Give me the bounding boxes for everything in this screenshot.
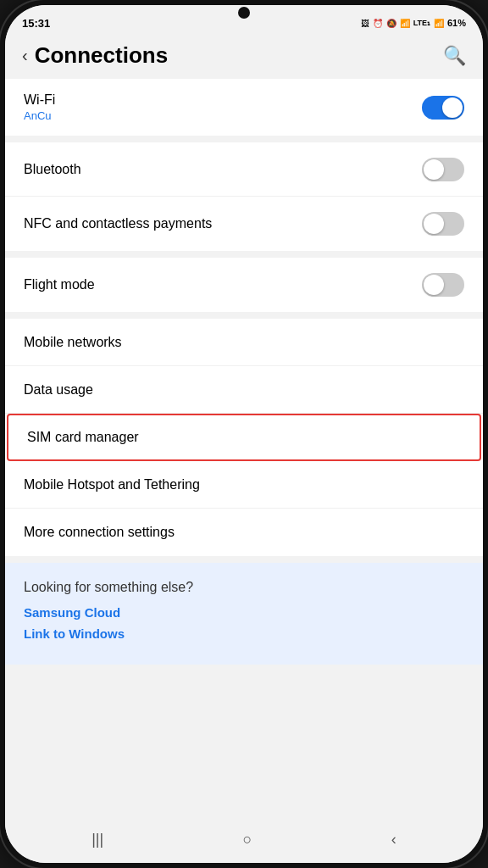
flight-mode-toggle[interactable] [422,273,464,297]
back-button[interactable]: ‹ [22,46,28,65]
nfc-toggle-thumb [424,214,444,234]
nfc-toggle[interactable] [422,212,464,236]
link-to-windows-link[interactable]: Link to Windows [24,626,464,641]
wifi-toggle-thumb [442,97,463,118]
battery-level: 61% [447,18,466,28]
page-title: Connections [35,42,168,69]
mobile-networks-label: Mobile networks [24,335,122,350]
flight-mode-toggle-thumb [424,275,444,295]
flight-mode-group: Flight mode [5,258,483,312]
mobile-networks-item-left: Mobile networks [24,335,122,350]
data-usage-item[interactable]: Data usage [5,366,483,414]
looking-for-section: Looking for something else? Samsung Clou… [5,563,483,665]
more-connection-label: More connection settings [24,525,175,540]
mobile-hotspot-item[interactable]: Mobile Hotspot and Tethering [5,461,483,509]
status-time: 15:31 [22,17,50,30]
search-icon[interactable]: 🔍 [443,45,466,67]
data-usage-item-left: Data usage [24,382,93,398]
wifi-label: Wi-Fi [24,92,55,108]
wifi-sublabel: AnCu [24,109,55,122]
sim-card-manager-label: SIM card manager [27,430,139,445]
mobile-hotspot-label: Mobile Hotspot and Tethering [24,477,200,492]
mute-icon: 🔕 [386,19,396,28]
flight-mode-item-left: Flight mode [24,277,95,292]
nfc-item-left: NFC and contactless payments [24,216,212,231]
data-usage-label: Data usage [24,382,93,398]
header-left: ‹ Connections [22,42,168,69]
wifi-item[interactable]: Wi-Fi AnCu [5,79,483,136]
bluetooth-toggle-thumb [424,159,444,180]
nav-home-button[interactable]: ○ [226,827,269,852]
wifi-item-left: Wi-Fi AnCu [24,92,55,122]
wifi-group: Wi-Fi AnCu [5,79,483,136]
mobile-group: Mobile networks Data usage SIM card mana… [5,319,483,556]
phone-screen: 15:31 🖼 ⏰ 🔕 📶 LTE₁ 📶 61% ‹ Connections 🔍 [5,5,483,863]
bluetooth-toggle[interactable] [422,158,464,181]
bluetooth-item-left: Bluetooth [24,162,81,177]
alarm-icon: ⏰ [373,19,383,28]
sim-card-manager-item[interactable]: SIM card manager [7,414,481,461]
phone-device: 15:31 🖼 ⏰ 🔕 📶 LTE₁ 📶 61% ‹ Connections 🔍 [0,0,488,868]
wifi-toggle[interactable] [422,96,464,120]
nfc-item[interactable]: NFC and contactless payments [5,197,483,251]
mobile-networks-item[interactable]: Mobile networks [5,319,483,366]
camera-notch [238,7,250,19]
signal-icon: 📶 [434,19,444,28]
bluetooth-label: Bluetooth [24,162,81,177]
looking-for-title: Looking for something else? [24,580,464,595]
page-header: ‹ Connections 🔍 [5,36,483,79]
photo-icon: 🖼 [361,19,369,28]
mobile-hotspot-item-left: Mobile Hotspot and Tethering [24,477,200,492]
wifi-signal-icon: 📶 [400,19,410,28]
more-connection-item[interactable]: More connection settings [5,509,483,556]
nav-bar: ||| ○ ‹ [5,819,483,863]
lte-icon: LTE₁ [413,19,430,27]
bluetooth-nfc-group: Bluetooth NFC and contactless payments [5,142,483,251]
settings-content: Wi-Fi AnCu Bluetooth [5,79,483,819]
flight-mode-item[interactable]: Flight mode [5,258,483,312]
flight-mode-label: Flight mode [24,277,95,292]
nfc-label: NFC and contactless payments [24,216,212,231]
sim-card-manager-item-left: SIM card manager [27,430,139,445]
nav-back-button[interactable]: ‹ [374,827,413,852]
more-connection-item-left: More connection settings [24,525,175,540]
samsung-cloud-link[interactable]: Samsung Cloud [24,605,464,620]
status-icons: 🖼 ⏰ 🔕 📶 LTE₁ 📶 61% [361,18,466,28]
bluetooth-item[interactable]: Bluetooth [5,142,483,197]
nav-recents-button[interactable]: ||| [75,827,120,852]
